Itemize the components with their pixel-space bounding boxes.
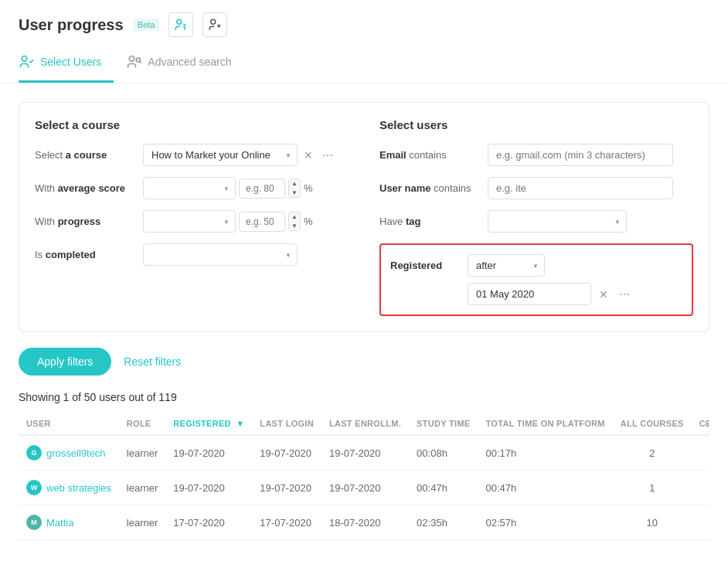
- results-table: USER ROLE REGISTERED ▼ LAST LOGIN LAST E…: [19, 413, 709, 540]
- user-link[interactable]: web strategies: [46, 482, 111, 494]
- role-cell: learner: [119, 505, 165, 540]
- tag-field-row: Have tag: [379, 210, 693, 233]
- table-row: G grossell9tech learner 19-07-2020 19-07…: [19, 435, 709, 471]
- table-header: USER ROLE REGISTERED ▼ LAST LOGIN LAST E…: [19, 413, 709, 435]
- user-group-icon[interactable]: [168, 12, 193, 37]
- total-time-cell: 00:17h: [478, 435, 613, 471]
- progress-spinner[interactable]: ▲ ▼: [288, 212, 301, 231]
- col-last-enrollm[interactable]: LAST ENROLLM.: [321, 413, 409, 435]
- col-last-login[interactable]: LAST LOGIN: [252, 413, 321, 435]
- main-content: Select a course Select a course How to M…: [0, 83, 728, 559]
- col-total-time[interactable]: TOTAL TIME ON PLATFORM: [478, 413, 613, 435]
- user-link[interactable]: grossell9tech: [46, 447, 106, 459]
- course-select[interactable]: How to Market your Online: [143, 144, 298, 166]
- users-section-title: Select users: [379, 118, 693, 131]
- avg-score-label: With average score: [35, 182, 143, 194]
- course-section: Select a course Select a course How to M…: [35, 118, 349, 316]
- last-login-cell: 19-07-2020: [252, 471, 321, 505]
- avg-score-input[interactable]: [239, 178, 285, 199]
- user-plus-icon[interactable]: [202, 12, 227, 37]
- progress-condition-select[interactable]: [143, 210, 236, 233]
- certificates-cell: 0: [692, 471, 709, 505]
- course-more-button[interactable]: ⋯: [319, 148, 336, 163]
- table-body: G grossell9tech learner 19-07-2020 19-07…: [19, 435, 709, 540]
- role-cell: learner: [119, 471, 165, 505]
- completed-label: Is completed: [35, 249, 143, 260]
- registered-label: Registered: [390, 260, 468, 271]
- results-table-container: USER ROLE REGISTERED ▼ LAST LOGIN LAST E…: [19, 413, 709, 540]
- filter-actions: Apply filters Reset filters: [19, 348, 709, 376]
- registered-cell: 19-07-2020: [165, 471, 252, 505]
- user-cell: W web strategies: [19, 471, 119, 505]
- study-time-cell: 00:08h: [409, 435, 478, 471]
- tab-advanced-search[interactable]: Advanced search: [126, 43, 243, 83]
- svg-point-5: [130, 56, 135, 62]
- svg-point-4: [22, 56, 27, 62]
- user-cell: M Mattia: [19, 505, 119, 540]
- certificates-cell: 0: [692, 505, 709, 540]
- last-login-cell: 19-07-2020: [252, 435, 321, 471]
- filter-panel: Select a course Select a course How to M…: [19, 102, 709, 332]
- avg-score-spinner[interactable]: ▲ ▼: [288, 178, 301, 198]
- registered-date-clear-button[interactable]: ✕: [596, 287, 611, 302]
- results-summary: Showing 1 of 50 users out of 119: [19, 391, 709, 403]
- tab-advanced-search-label: Advanced search: [148, 56, 231, 68]
- last-enrollm-cell: 19-07-2020: [321, 471, 409, 505]
- course-clear-button[interactable]: ✕: [301, 148, 316, 163]
- col-certificates[interactable]: CERTIFICATES: [692, 413, 709, 435]
- registered-condition-select[interactable]: after before between: [468, 254, 545, 277]
- page-title: User progress: [19, 16, 124, 34]
- progress-up[interactable]: ▲: [289, 212, 300, 222]
- last-enrollm-cell: 18-07-2020: [321, 505, 409, 540]
- svg-line-7: [140, 62, 141, 63]
- tab-bar: Select Users Advanced search: [0, 43, 728, 83]
- avg-score-down[interactable]: ▼: [289, 189, 300, 198]
- col-role[interactable]: ROLE: [119, 413, 165, 435]
- page-header: User progress Beta: [0, 0, 728, 37]
- tab-select-users[interactable]: Select Users: [19, 43, 114, 83]
- role-cell: learner: [119, 435, 165, 471]
- study-time-cell: 02:35h: [409, 505, 478, 540]
- tag-label: Have tag: [379, 216, 488, 227]
- col-study-time[interactable]: STUDY TIME: [409, 413, 478, 435]
- progress-input[interactable]: [239, 212, 285, 232]
- registered-date-input[interactable]: [468, 283, 591, 305]
- avg-score-field-row: With average score ▲ ▼: [35, 177, 349, 199]
- apply-filters-button[interactable]: Apply filters: [19, 348, 111, 376]
- reset-filters-button[interactable]: Reset filters: [124, 355, 181, 368]
- all-courses-cell: 1: [613, 471, 692, 505]
- all-courses-cell: 2: [613, 435, 692, 471]
- svg-point-6: [137, 58, 141, 62]
- all-courses-cell: 10: [613, 505, 692, 540]
- table-row: W web strategies learner 19-07-2020 19-0…: [19, 471, 709, 505]
- col-all-courses[interactable]: ALL COURSES: [613, 413, 692, 435]
- registered-date-more-button[interactable]: ⋯: [616, 287, 633, 302]
- avatar: M: [26, 515, 42, 530]
- email-label: Email contains: [379, 149, 488, 161]
- table-row: M Mattia learner 17-07-2020 17-07-2020 1…: [19, 505, 709, 540]
- registered-section: Registered after before between: [379, 243, 693, 316]
- study-time-cell: 00:47h: [409, 471, 478, 505]
- progress-percent: %: [304, 216, 313, 227]
- avg-score-percent: %: [304, 182, 313, 194]
- email-input[interactable]: [488, 144, 673, 166]
- progress-field-row: With progress ▲ ▼: [35, 210, 349, 233]
- col-registered[interactable]: REGISTERED ▼: [165, 413, 252, 435]
- tag-select[interactable]: [488, 210, 627, 233]
- username-input[interactable]: [488, 177, 673, 199]
- email-field-row: Email contains: [379, 144, 693, 166]
- total-time-cell: 00:47h: [478, 471, 613, 505]
- completed-field-row: Is completed: [35, 243, 349, 266]
- avg-score-up[interactable]: ▲: [289, 179, 300, 189]
- svg-point-0: [177, 19, 182, 24]
- progress-down[interactable]: ▼: [289, 222, 300, 231]
- tab-select-users-label: Select Users: [40, 56, 101, 68]
- sort-arrow-icon: ▼: [236, 419, 244, 428]
- beta-badge: Beta: [133, 19, 160, 31]
- certificates-cell: 0: [692, 435, 709, 471]
- user-link[interactable]: Mattia: [46, 517, 73, 529]
- avg-score-condition-select[interactable]: [143, 177, 236, 199]
- col-user[interactable]: USER: [19, 413, 119, 435]
- username-label: User name contains: [379, 182, 488, 194]
- completed-select[interactable]: [143, 243, 298, 266]
